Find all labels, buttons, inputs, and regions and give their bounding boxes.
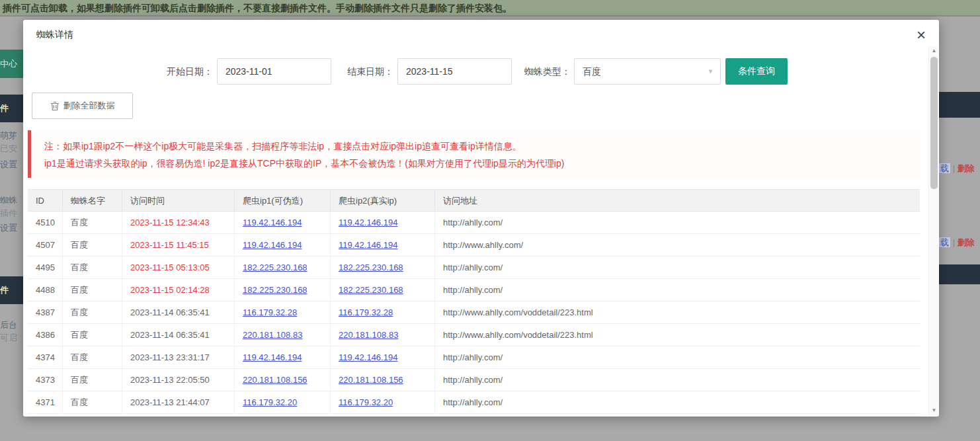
warning-line-2: ip1是通过请求头获取的ip，很容易伪造! ip2是直接从TCP中获取的IP，基… <box>44 155 920 172</box>
ip-link[interactable]: 116.179.32.28 <box>243 307 297 317</box>
ip-link[interactable]: 119.42.146.194 <box>339 218 397 227</box>
cell-spider-name: 百度 <box>63 346 122 368</box>
end-date-input[interactable] <box>397 58 512 85</box>
table-body: 4510百度2023-11-15 12:34:43119.42.146.1941… <box>28 212 920 414</box>
query-button[interactable]: 条件查询 <box>725 58 788 85</box>
table-row: 4510百度2023-11-15 12:34:43119.42.146.1941… <box>28 212 920 234</box>
cell-id: 4510 <box>28 212 63 233</box>
cell-ip1: 119.42.146.194 <box>235 346 331 368</box>
cell-ip2: 220.181.108.83 <box>331 324 435 346</box>
cell-id: 4488 <box>28 279 63 301</box>
modal-title: 蜘蛛详情 <box>36 29 73 41</box>
warning-line-1: 注：如果ip1跟ip2不一样这个ip极大可能是采集器，扫描程序等非法ip，直接点… <box>44 138 920 155</box>
ip-link[interactable]: 220.181.108.156 <box>339 375 403 385</box>
cell-ip2: 119.42.146.194 <box>331 346 435 368</box>
column-header: 访问地址 <box>435 190 920 211</box>
table-row: 4495百度2023-11-15 05:13:05182.225.230.168… <box>28 257 920 279</box>
table-row: 4374百度2023-11-13 23:31:17119.42.146.1941… <box>28 346 920 369</box>
background-plugin-notice: 插件可点击卸载，如果想删除插件可卸载后点击删除插件，不要直接删插件文件。手动删除… <box>0 0 980 17</box>
scroll-up-icon[interactable]: ▲ <box>929 46 939 56</box>
table-row: 4371百度2023-11-13 21:44:07116.179.32.2011… <box>28 391 920 414</box>
cell-ip1: 119.42.146.194 <box>235 234 331 256</box>
link-separator: | <box>953 163 955 173</box>
start-date-label: 开始日期： <box>152 58 213 85</box>
cell-spider-name: 百度 <box>63 369 122 391</box>
background-sidebar-item: 设置 <box>0 222 23 234</box>
cell-ip1: 220.181.108.156 <box>235 369 331 391</box>
cell-ip2: 119.42.146.194 <box>331 212 435 233</box>
cell-spider-name: 百度 <box>63 301 122 323</box>
cell-url: http://ahlly.com/ <box>435 391 920 413</box>
modal-scrollbar[interactable]: ▲ ▼ <box>928 46 938 415</box>
cell-ip1: 119.42.146.194 <box>235 212 331 233</box>
cell-ip2: 220.181.108.156 <box>331 369 435 391</box>
cell-spider-name: 百度 <box>63 212 122 233</box>
column-header: 蜘蛛名字 <box>63 190 122 211</box>
chevron-down-icon: ▼ <box>708 59 714 84</box>
cell-id: 4373 <box>28 369 63 391</box>
cell-ip2: 119.42.146.194 <box>331 234 435 256</box>
spider-table: ID蜘蛛名字访问时间爬虫ip1(可伪造)爬虫ip2(真实ip)访问地址 4510… <box>28 189 920 414</box>
cell-visit-time: 2023-11-13 21:44:07 <box>122 391 235 413</box>
cell-spider-name: 百度 <box>63 257 122 278</box>
cell-spider-name: 百度 <box>63 324 122 346</box>
column-header: 访问时间 <box>122 190 235 211</box>
background-sidebar-tab-plugin: 件 <box>0 95 23 122</box>
ip-link[interactable]: 182.225.230.168 <box>243 285 307 295</box>
cell-visit-time: 2023-11-14 06:35:41 <box>122 324 235 346</box>
ip-link[interactable]: 119.42.146.194 <box>243 352 302 362</box>
ip-link[interactable]: 119.42.146.194 <box>339 352 397 362</box>
start-date-input[interactable] <box>217 58 331 85</box>
ip-link[interactable]: 220.181.108.83 <box>339 330 398 340</box>
background-delete-link: 删除 <box>958 163 975 173</box>
spider-type-label: 蜘蛛类型： <box>518 58 571 85</box>
background-action-links: 载 | 删除 <box>939 162 980 175</box>
scrollbar-thumb[interactable] <box>930 57 938 189</box>
background-sidebar-item: 后台 <box>0 319 23 331</box>
ip-link[interactable]: 182.225.230.168 <box>339 262 403 272</box>
cell-ip2: 182.225.230.168 <box>331 257 435 278</box>
cell-spider-name: 百度 <box>63 234 122 256</box>
cell-url: http://ahlly.com/ <box>435 346 920 368</box>
background-sidebar-item: 设置 <box>0 159 23 171</box>
background-sidebar-item: 蜘蛛 <box>0 194 23 206</box>
cell-ip2: 182.225.230.168 <box>331 279 435 301</box>
cell-visit-time: 2023-11-15 11:45:15 <box>122 234 235 256</box>
cell-id: 4386 <box>28 324 63 346</box>
background-uninstall-link: 载 <box>939 163 950 173</box>
ip-link[interactable]: 119.42.146.194 <box>243 240 302 250</box>
trash-icon <box>50 101 60 111</box>
background-table-header-strip <box>939 264 980 284</box>
cell-url: http://www.ahlly.com/voddetail/223.html <box>435 324 920 346</box>
cell-url: http://ahlly.com/ <box>435 369 920 391</box>
background-sidebar-item: 可启 <box>0 332 23 344</box>
ip-link[interactable]: 119.42.146.194 <box>339 240 397 250</box>
cell-visit-time: 2023-11-13 22:05:50 <box>122 369 235 391</box>
spider-type-select[interactable]: 百度 ▼ <box>574 58 721 85</box>
ip-link[interactable]: 116.179.32.28 <box>339 307 393 317</box>
table-row: 4373百度2023-11-13 22:05:50220.181.108.156… <box>28 369 920 391</box>
cell-ip1: 182.225.230.168 <box>235 279 331 301</box>
ip-link[interactable]: 182.225.230.168 <box>339 285 403 295</box>
table-row: 4488百度2023-11-15 02:14:28182.225.230.168… <box>28 279 920 301</box>
cell-visit-time: 2023-11-15 02:14:28 <box>122 279 235 301</box>
background-sidebar-item: 已安 <box>0 143 23 155</box>
table-row: 4507百度2023-11-15 11:45:15119.42.146.1941… <box>28 234 920 257</box>
scroll-down-icon[interactable]: ▼ <box>929 406 939 415</box>
ip-link[interactable]: 119.42.146.194 <box>243 218 302 227</box>
spider-detail-modal: 蜘蛛详情 × 开始日期： 结束日期： 蜘蛛类型： 百度 ▼ 条件查询 删除全部数… <box>23 20 939 417</box>
column-header: ID <box>28 190 63 211</box>
ip-link[interactable]: 116.179.32.20 <box>243 397 297 407</box>
background-sidebar-item: 萌芽 <box>0 130 23 141</box>
cell-id: 4371 <box>28 391 63 413</box>
ip-link[interactable]: 220.181.108.156 <box>243 375 307 385</box>
background-sidebar-item: 插件 <box>0 208 23 220</box>
cell-id: 4495 <box>28 257 63 278</box>
ip-link[interactable]: 116.179.32.20 <box>339 397 393 407</box>
ip-link[interactable]: 182.225.230.168 <box>243 262 307 272</box>
ip-link[interactable]: 220.181.108.83 <box>243 330 302 340</box>
delete-all-button[interactable]: 删除全部数据 <box>32 93 133 119</box>
cell-ip1: 182.225.230.168 <box>235 257 331 278</box>
table-row: 4386百度2023-11-14 06:35:41220.181.108.832… <box>28 324 920 346</box>
close-icon[interactable]: × <box>917 25 926 45</box>
